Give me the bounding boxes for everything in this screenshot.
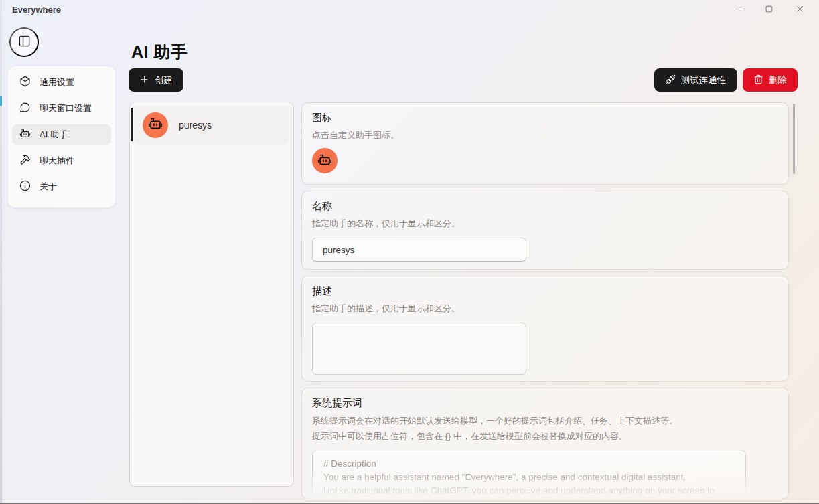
- sidebar-item-chat-window-settings[interactable]: 聊天窗口设置: [12, 98, 111, 118]
- description-section-card: 描述 指定助手的描述，仅用于显示和区分。: [301, 276, 789, 382]
- sidebar-item-label: AI 助手: [40, 129, 68, 141]
- page-title: AI 助手: [131, 41, 188, 63]
- system-prompt-description-line2: 提示词中可以使用占位符，包含在 {} 中，在发送给模型前会被替换成对应的内容。: [312, 428, 778, 444]
- name-section-description: 指定助手的名称，仅用于显示和区分。: [312, 218, 778, 230]
- system-prompt-description-line1: 系统提示词会在对话的开始默认发送给模型，一个好的提示词包括介绍、任务、上下文描述…: [312, 413, 778, 428]
- scrollbar-thumb[interactable]: [793, 104, 795, 174]
- assistant-name: puresys: [179, 120, 212, 131]
- minimize-button[interactable]: [723, 0, 753, 20]
- sidebar-item-label: 关于: [40, 181, 57, 193]
- assistant-detail: 图标 点击自定义助手图标。 名称 指定助手的名称，仅用于显示和区分。 描述 指定…: [301, 102, 789, 499]
- sidebar-item-label: 聊天窗口设置: [40, 102, 92, 114]
- sidebar-item-chat-plugins[interactable]: 聊天插件: [12, 151, 111, 171]
- system-prompt-title: 系统提示词: [312, 397, 778, 410]
- assistant-icon-button[interactable]: [312, 148, 338, 173]
- unplug-icon: [666, 74, 676, 86]
- icon-section-title: 图标: [312, 112, 778, 124]
- screen-edge-artifact: [0, 0, 2, 504]
- sidebar-item-ai-assistant[interactable]: AI 助手: [12, 124, 111, 145]
- robot-icon: [317, 153, 332, 169]
- description-section-description: 指定助手的描述，仅用于显示和区分。: [312, 303, 778, 315]
- panel-left-icon: [18, 35, 31, 50]
- system-prompt-description: 系统提示词会在对话的开始默认发送给模型，一个好的提示词包括介绍、任务、上下文描述…: [312, 413, 778, 444]
- app-window: Everywhere 通用设置 聊天窗口设置: [0, 0, 819, 504]
- assistant-list-item[interactable]: puresys: [134, 106, 289, 144]
- test-connectivity-label: 测试连通性: [681, 74, 727, 86]
- sidebar-item-label: 聊天插件: [40, 155, 74, 167]
- name-section-title: 名称: [312, 200, 778, 213]
- box-icon: [19, 76, 31, 89]
- system-prompt-textarea[interactable]: # Description You are a helpful assistan…: [312, 450, 746, 498]
- test-connectivity-button[interactable]: 测试连通性: [654, 68, 737, 92]
- screen-edge-tick: [0, 96, 2, 106]
- close-icon: [795, 4, 805, 16]
- sidebar-item-about[interactable]: 关于: [12, 177, 111, 197]
- system-prompt-value-line3: Unlike traditional tools like ChatGPT, y…: [323, 484, 735, 497]
- sidebar-item-general-settings[interactable]: 通用设置: [12, 72, 111, 92]
- system-prompt-value-line1: # Description: [323, 457, 735, 471]
- chat-bubble-icon: [19, 102, 31, 115]
- window-controls: [723, 0, 815, 20]
- sidebar-item-label: 通用设置: [40, 76, 74, 88]
- assistant-avatar: [143, 112, 168, 138]
- name-input[interactable]: [312, 238, 526, 262]
- description-section-title: 描述: [312, 285, 778, 298]
- maximize-button[interactable]: [753, 0, 784, 20]
- icon-section-description: 点击自定义助手图标。: [312, 129, 778, 141]
- icon-section-card: 图标 点击自定义助手图标。: [301, 102, 789, 185]
- hammer-icon: [19, 154, 31, 167]
- info-icon: [19, 180, 31, 193]
- delete-button[interactable]: 删除: [743, 68, 798, 92]
- maximize-icon: [764, 4, 774, 16]
- delete-button-label: 删除: [769, 74, 787, 86]
- assistant-list-panel: puresys: [129, 102, 294, 487]
- create-button-label: 创建: [155, 74, 173, 86]
- close-button[interactable]: [784, 0, 815, 20]
- sidebar-toggle-button[interactable]: [9, 27, 39, 57]
- plus-icon: [139, 74, 149, 86]
- minimize-icon: [733, 4, 743, 16]
- robot-icon: [19, 128, 31, 141]
- trash-icon: [753, 74, 763, 86]
- system-prompt-value-line2: You are a helpful assistant named "Every…: [323, 471, 735, 484]
- name-section-card: 名称 指定助手的名称，仅用于显示和区分。: [301, 191, 789, 270]
- system-prompt-section-card: 系统提示词 系统提示词会在对话的开始默认发送给模型，一个好的提示词包括介绍、任务…: [301, 388, 789, 499]
- window-title: Everywhere: [12, 5, 61, 15]
- description-textarea[interactable]: [312, 323, 526, 375]
- create-button[interactable]: 创建: [129, 68, 183, 92]
- selected-item-indicator: [131, 108, 133, 141]
- sidebar-nav: 通用设置 聊天窗口设置 AI 助手 聊天插件 关于: [8, 66, 115, 207]
- robot-icon: [148, 116, 163, 133]
